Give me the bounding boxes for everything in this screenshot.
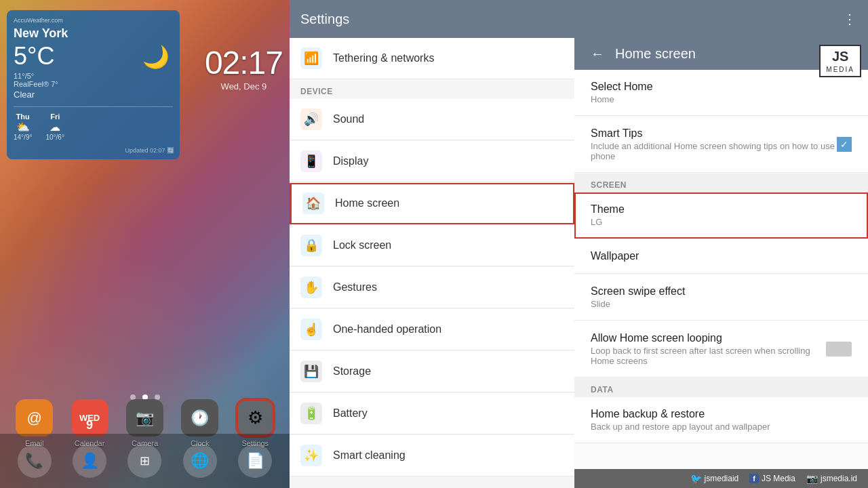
smart-cleaning-icon: ✨ <box>300 445 322 466</box>
nav-label-home-screen: Home screen <box>335 197 399 209</box>
forecast-fri: Fri ☁ 10°/6° <box>45 113 64 141</box>
theme-title: Theme <box>591 203 852 216</box>
nav-item-lock-screen[interactable]: 🔒 Lock screen <box>290 225 574 266</box>
detail-smart-tips[interactable]: Smart Tips Include an additional Home sc… <box>574 117 868 173</box>
facebook-handle: JS Media <box>762 474 795 483</box>
screen-swipe-content: Screen swipe effect Slide <box>591 285 852 309</box>
calendar-icon[interactable]: WED 9 <box>71 399 108 436</box>
instagram-handle: jsmedia.id <box>821 474 857 483</box>
weather-realfeel: RealFeel® 7° <box>14 80 173 88</box>
display-icon: 📱 <box>300 150 322 172</box>
media-logo-text: MEDIA <box>826 66 854 73</box>
settings-header: Settings ⋮ <box>290 0 868 38</box>
detail-theme[interactable]: Theme LG <box>574 192 868 239</box>
forecast-thu-temp: 14°/9° <box>14 134 32 141</box>
smart-tips-title: Smart Tips <box>591 127 837 140</box>
nav-label-sound: Sound <box>333 113 364 125</box>
smart-tips-sub: Include an additional Home screen showin… <box>591 141 837 161</box>
nav-item-home-screen[interactable]: 🏠 Home screen <box>290 183 574 224</box>
wallpaper-content: Wallpaper <box>591 250 852 262</box>
backup-restore-content: Home backup & restore Back up and restor… <box>591 408 852 432</box>
forecast-fri-icon: ☁ <box>45 121 64 134</box>
clock-icon[interactable]: 🕐 <box>181 399 218 436</box>
quick-dock: 📞 👤 ⊞ 🌐 📄 <box>0 434 290 488</box>
nav-label-storage: Storage <box>333 365 371 378</box>
weather-moon-icon: 🌙 <box>142 44 170 70</box>
screen-swipe-sub: Slide <box>591 299 852 309</box>
select-home-title: Select Home <box>591 81 852 93</box>
lock-screen-nav-icon: 🔒 <box>300 235 322 256</box>
settings-content: 📶 Tethering & networks DEVICE 🔊 Sound 📱 … <box>290 38 868 488</box>
settings-panel: Settings ⋮ 📶 Tethering & networks DEVICE… <box>290 0 868 488</box>
screen-swipe-title: Screen swipe effect <box>591 285 852 298</box>
quick-browser-icon[interactable]: 🌐 <box>183 444 217 478</box>
detail-wallpaper[interactable]: Wallpaper <box>574 239 868 274</box>
settings-title: Settings <box>300 12 349 27</box>
quick-phone-icon[interactable]: 📞 <box>18 444 52 478</box>
back-arrow-icon[interactable]: ← <box>591 46 604 62</box>
nav-item-display[interactable]: 📱 Display <box>290 141 574 182</box>
detail-header-title: Home screen <box>615 46 696 62</box>
settings-nav: 📶 Tethering & networks DEVICE 🔊 Sound 📱 … <box>290 38 574 488</box>
backup-restore-title: Home backup & restore <box>591 408 852 420</box>
js-media-logo: JS MEDIA <box>819 45 861 77</box>
sound-icon: 🔊 <box>300 108 322 130</box>
js-logo-text: JS <box>826 49 854 64</box>
quick-notes-icon[interactable]: 📄 <box>238 444 272 478</box>
tethering-icon: 📶 <box>300 47 322 69</box>
gestures-icon: ✋ <box>300 277 322 298</box>
device-section-label: DEVICE <box>290 80 574 99</box>
nav-label-lock-screen: Lock screen <box>333 239 391 251</box>
forecast-fri-day: Fri <box>45 113 64 121</box>
nav-item-battery[interactable]: 🔋 Battery <box>290 393 574 434</box>
more-options-icon[interactable]: ⋮ <box>843 11 857 27</box>
quick-apps-icon[interactable]: ⊞ <box>127 444 161 478</box>
looping-toggle[interactable] <box>826 342 852 357</box>
nav-item-sound[interactable]: 🔊 Sound <box>290 99 574 140</box>
nav-label-tethering: Tethering & networks <box>333 52 434 64</box>
quick-contacts-icon[interactable]: 👤 <box>73 444 106 478</box>
storage-icon: 💾 <box>300 361 322 382</box>
nav-label-battery: Battery <box>333 407 368 420</box>
camera-icon[interactable]: 📷 <box>126 399 163 436</box>
detail-backup-restore[interactable]: Home backup & restore Back up and restor… <box>574 397 868 443</box>
detail-screen-swipe[interactable]: Screen swipe effect Slide <box>574 274 868 321</box>
theme-content: Theme LG <box>591 203 852 227</box>
social-facebook: f JS Media <box>749 474 795 483</box>
nav-label-display: Display <box>333 155 368 167</box>
twitter-handle: jsmediaid <box>705 474 739 483</box>
clock-time: 02:17 <box>205 44 283 81</box>
facebook-icon: f <box>749 474 759 483</box>
data-section-label: DATA <box>574 378 868 397</box>
weather-widget: AccuWeather.com New York 5°C 11°/5° Real… <box>7 10 180 159</box>
select-home-sub: Home <box>591 94 852 104</box>
nav-item-gestures[interactable]: ✋ Gestures <box>290 267 574 308</box>
nav-item-storage[interactable]: 💾 Storage <box>290 351 574 392</box>
forecast-thu: Thu ⛅ 14°/9° <box>14 113 32 141</box>
social-instagram: 📷 jsmedia.id <box>806 473 857 484</box>
forecast-fri-temp: 10°/6° <box>45 134 64 141</box>
nav-label-one-handed: One-handed operation <box>333 323 441 336</box>
nav-item-tethering[interactable]: 📶 Tethering & networks <box>290 38 574 79</box>
settings-icon[interactable]: ⚙ <box>237 399 274 436</box>
looping-title: Allow Home screen looping <box>591 332 826 344</box>
instagram-icon: 📷 <box>806 473 818 484</box>
weather-range: 11°/5° <box>14 72 173 80</box>
detail-looping[interactable]: Allow Home screen looping Loop back to f… <box>574 321 868 378</box>
settings-detail-panel: JS MEDIA ← Home screen Select Home Home … <box>574 38 868 488</box>
weather-source: AccuWeather.com <box>14 17 173 24</box>
nav-item-one-handed[interactable]: ☝ One-handed operation <box>290 309 574 350</box>
clock-widget: 02:17 Wed, Dec 9 <box>205 44 283 92</box>
weather-updated: Updated 02:07 🔄 <box>125 147 174 154</box>
nav-label-gestures: Gestures <box>333 281 377 293</box>
forecast-thu-day: Thu <box>14 113 32 121</box>
looping-content: Allow Home screen looping Loop back to f… <box>591 332 826 366</box>
weather-forecast: Thu ⛅ 14°/9° Fri ☁ 10°/6° <box>14 106 173 141</box>
nav-item-smart-cleaning[interactable]: ✨ Smart cleaning <box>290 435 574 476</box>
select-home-content: Select Home Home <box>591 81 852 104</box>
email-icon[interactable]: @ <box>16 399 53 436</box>
backup-restore-sub: Back up and restore app layout and wallp… <box>591 422 852 432</box>
home-screen: AccuWeather.com New York 5°C 11°/5° Real… <box>0 0 290 488</box>
one-handed-icon: ☝ <box>300 319 322 340</box>
smart-tips-checkbox[interactable]: ✓ <box>837 137 852 152</box>
